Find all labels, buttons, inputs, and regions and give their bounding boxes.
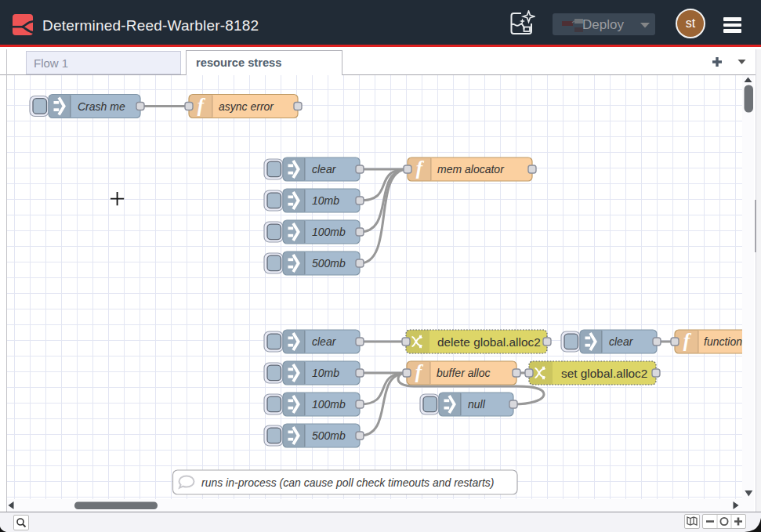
svg-text:async error: async error — [219, 100, 274, 113]
svg-text:Crash me: Crash me — [78, 100, 125, 113]
svg-text:500mb: 500mb — [312, 257, 346, 270]
svg-text:100mb: 100mb — [312, 398, 346, 411]
svg-text:buffer alloc: buffer alloc — [437, 367, 490, 379]
svg-text:500mb: 500mb — [312, 429, 346, 442]
svg-text:runs in-process (can cause pol: runs in-process (can cause poll check ti… — [201, 476, 495, 489]
svg-text:clear: clear — [609, 335, 634, 348]
svg-text:null: null — [468, 398, 486, 411]
svg-text:100mb: 100mb — [312, 226, 346, 238]
svg-text:clear: clear — [312, 335, 337, 348]
svg-text:10mb: 10mb — [312, 367, 339, 379]
svg-text:function: function — [704, 335, 742, 348]
svg-text:clear: clear — [312, 163, 337, 176]
svg-text:10mb: 10mb — [312, 194, 339, 207]
svg-text:set global.alloc2: set global.alloc2 — [561, 367, 647, 380]
svg-text:mem alocator: mem alocator — [437, 163, 505, 176]
svg-text:delete global.alloc2: delete global.alloc2 — [437, 335, 541, 349]
